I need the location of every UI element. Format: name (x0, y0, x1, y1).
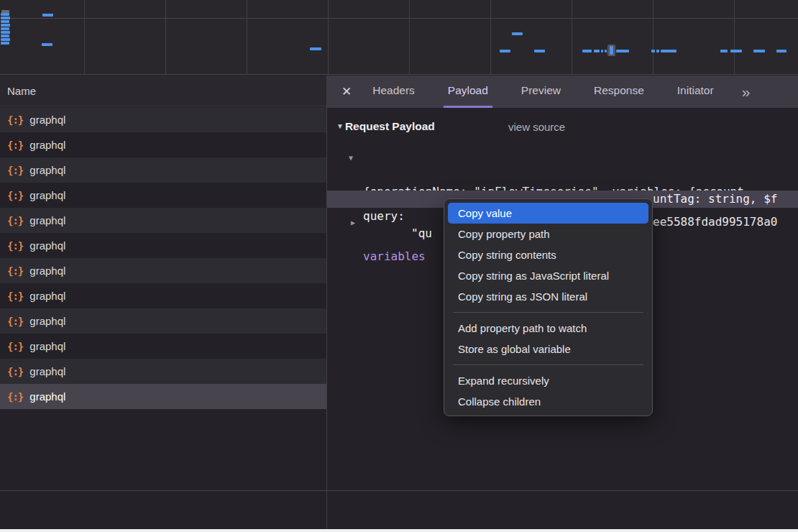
context-menu: Copy value Copy property path Copy strin… (444, 198, 653, 416)
request-timing-bar[interactable] (1, 17, 10, 19)
request-timing-bar[interactable] (1, 27, 9, 30)
tab-label: Response (594, 84, 644, 97)
request-timing-bar[interactable] (753, 50, 765, 52)
network-request-row[interactable]: {:} graphql (0, 157, 326, 183)
request-name-label: graphql (29, 164, 65, 176)
request-timing-bar[interactable] (656, 50, 659, 52)
request-timing-bar[interactable] (1, 31, 10, 34)
expand-caret-icon[interactable]: ▼ (349, 150, 353, 167)
timeline-gridline-vertical (247, 0, 247, 74)
request-rows: {:} graphql {:} graphql {:} graphql {:} … (0, 107, 326, 409)
menu-item-label: Store as global variable (458, 343, 571, 355)
details-tab[interactable]: Response (590, 75, 648, 108)
request-timing-bar[interactable] (512, 32, 523, 35)
network-request-row[interactable]: {:} graphql (0, 258, 326, 283)
request-name-label: graphql (29, 315, 65, 327)
request-timing-bar[interactable] (1, 20, 9, 23)
context-menu-item[interactable]: Store as global variable (448, 339, 648, 359)
request-name-label: graphql (29, 114, 65, 126)
details-tab[interactable]: Initiator (673, 75, 718, 108)
request-timing-bar[interactable] (500, 50, 510, 52)
timeline-gridline-vertical (409, 0, 410, 74)
request-timing-bar[interactable] (42, 14, 53, 17)
request-timing-bar[interactable] (1, 35, 9, 37)
request-timing-bar[interactable] (310, 47, 321, 50)
request-name-label: graphql (29, 390, 65, 403)
property-value-continuation: untTag: string, $f (653, 191, 777, 208)
network-request-row[interactable]: {:} graphql (0, 132, 326, 157)
context-menu-item[interactable]: Collapse children (448, 391, 648, 412)
json-request-icon: {:} (7, 391, 23, 403)
request-timing-bar[interactable] (1, 24, 10, 27)
request-timing-bar[interactable] (594, 50, 600, 52)
request-name-label: graphql (29, 189, 65, 201)
json-request-icon: {:} (7, 114, 23, 126)
network-request-row[interactable]: {:} graphql (0, 233, 326, 258)
request-name-label: graphql (29, 340, 65, 352)
json-request-icon: {:} (7, 215, 23, 226)
network-request-row[interactable]: {:} graphql (0, 283, 326, 308)
view-source-link[interactable]: view source (508, 121, 565, 133)
request-timing-bar[interactable] (651, 50, 655, 52)
timeline-gridline-horizontal (0, 18, 798, 19)
request-timing-bar[interactable] (601, 50, 603, 52)
context-menu-item[interactable]: Add property path to watch (448, 318, 648, 339)
property-value-continuation: ee5588fdad995178a0 (653, 214, 777, 231)
request-payload-section-header[interactable]: ▼Request Payload (336, 120, 435, 133)
details-tab[interactable]: Payload (444, 75, 492, 108)
request-timing-bar[interactable] (1, 13, 9, 16)
collapsed-caret-icon[interactable]: ▶ (351, 214, 355, 231)
payload-operationname-row[interactable]: operationName: "ipFlowTimeseries" (327, 171, 798, 188)
menu-item-label: Expand recursively (458, 375, 549, 387)
context-menu-item[interactable]: Copy string as JSON literal (448, 286, 648, 307)
request-timing-bar[interactable] (661, 50, 677, 52)
json-request-icon: {:} (7, 265, 23, 277)
context-menu-item[interactable]: Expand recursively (448, 370, 648, 391)
network-request-row[interactable]: {:} graphql (0, 384, 326, 409)
timeline-gridline-vertical (490, 0, 491, 74)
context-menu-item[interactable]: Copy property path (448, 224, 648, 244)
details-tab-bar: ✕ Headers Payload Preview Response Initi… (327, 75, 798, 108)
tab-label: Preview (521, 84, 561, 97)
json-request-icon: {:} (7, 366, 23, 377)
name-column-label: Name (7, 85, 36, 97)
context-menu-item[interactable]: Copy string as JavaScript literal (448, 265, 648, 286)
request-name-label: graphql (29, 265, 65, 277)
property-key: variables (363, 248, 426, 265)
more-tabs-icon[interactable]: » (742, 83, 751, 101)
request-timing-bar[interactable] (616, 50, 629, 52)
name-column-header[interactable]: Name (0, 75, 326, 106)
json-request-icon: {:} (7, 316, 23, 327)
menu-item-label: Copy string as JSON literal (458, 290, 587, 303)
menu-item-label: Add property path to watch (458, 322, 587, 334)
context-menu-item[interactable]: Copy string contents (448, 244, 648, 265)
close-icon[interactable]: ✕ (341, 84, 352, 99)
details-tab[interactable]: Headers (368, 75, 419, 108)
network-request-row[interactable]: {:} graphql (0, 107, 326, 132)
request-timing-bar[interactable] (1, 38, 10, 41)
network-request-row[interactable]: {:} graphql (0, 208, 326, 233)
network-request-row[interactable]: {:} graphql (0, 183, 326, 208)
timeline-gridline-vertical (328, 0, 329, 74)
payload-root-row[interactable]: ▼ {operationName: "ipFlowTimeseries", va… (327, 149, 798, 166)
section-collapse-icon: ▼ (336, 122, 344, 130)
request-timing-bar[interactable] (605, 50, 607, 52)
context-menu-divider (453, 364, 643, 365)
network-request-row[interactable]: {:} graphql (0, 308, 326, 334)
details-tab[interactable]: Preview (517, 75, 565, 108)
network-request-row[interactable]: {:} graphql (0, 334, 326, 359)
request-timing-bar[interactable] (720, 50, 728, 52)
request-timing-bar[interactable] (1, 42, 9, 45)
request-timing-bar[interactable] (730, 50, 742, 52)
request-timing-bar[interactable] (534, 50, 545, 52)
request-timing-bar[interactable] (42, 43, 52, 46)
context-menu-item[interactable]: Copy value (448, 203, 648, 224)
request-timing-bar[interactable] (776, 50, 786, 52)
timeline-gridline-vertical (84, 0, 85, 74)
tab-label: Payload (448, 84, 488, 97)
network-overview-timeline[interactable] (0, 0, 798, 75)
request-timing-bar[interactable] (582, 50, 592, 52)
timeline-gridline-vertical (653, 0, 653, 74)
network-request-row[interactable]: {:} graphql (0, 359, 326, 384)
request-timing-bar[interactable] (610, 46, 613, 55)
